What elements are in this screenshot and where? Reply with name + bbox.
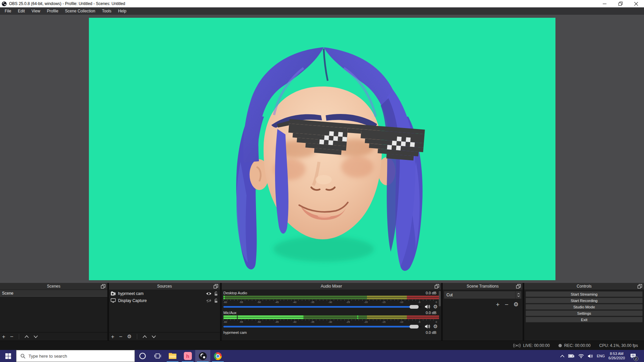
lock-open-icon[interactable]: [214, 291, 218, 296]
tray-speaker-icon[interactable]: [588, 354, 593, 358]
channel-settings-gear-icon[interactable]: ⚙: [433, 304, 438, 309]
menu-tools[interactable]: Tools: [99, 7, 115, 15]
source-row[interactable]: hyprmeet cam: [109, 290, 220, 297]
file-explorer-icon: [169, 353, 176, 359]
audio-mixer-panel: Audio Mixer Desktop Audio 0.0 dB: [222, 283, 441, 341]
remove-scene-button[interactable]: −: [10, 334, 13, 340]
cpu-fps-stats: CPU: 4.1%, 30.00 fps: [599, 343, 638, 348]
chrome-button[interactable]: [210, 350, 225, 362]
volume-meter: -60 -55 -50 -45 -40 -35 -30 -25 -20 -15 …: [223, 296, 439, 304]
clock-date: 6/26/2020: [608, 356, 625, 360]
popout-icon[interactable]: [637, 284, 642, 289]
mixer-channel-desktop-audio: Desktop Audio 0.0 dB -60 -55 -50 -45 -40…: [223, 291, 439, 309]
obs-window: OBS 25.0.8 (64-bit, windows) - Profile: …: [0, 0, 644, 362]
source-properties-gear-icon[interactable]: ⚙: [127, 334, 131, 339]
move-source-down-button[interactable]: [152, 335, 156, 338]
popout-icon[interactable]: [101, 284, 106, 289]
volume-meter: -60 -55 -50 -45 -40 -35 -30 -25 -20 -15 …: [223, 315, 439, 323]
menu-bar: File Edit View Profile Scene Collection …: [0, 7, 644, 15]
hyprmeet-app-button[interactable]: h: [180, 350, 195, 362]
volume-slider[interactable]: [223, 326, 422, 327]
speaker-icon[interactable]: [425, 324, 430, 329]
studio-mode-button[interactable]: Studio Mode: [526, 304, 643, 310]
live-timer: LIVE: 00:00:00: [523, 343, 549, 348]
sources-toolbar: + − ⚙: [109, 332, 220, 341]
rec-dot-icon: [558, 344, 562, 347]
wifi-icon[interactable]: [578, 354, 584, 358]
restore-button[interactable]: [612, 0, 628, 7]
popout-icon[interactable]: [516, 284, 521, 289]
meter-scale: -60 -55 -50 -45 -40 -35 -30 -25 -20 -15 …: [223, 300, 437, 304]
move-source-up-button[interactable]: [143, 335, 147, 338]
sources-header: Sources: [109, 283, 220, 290]
source-row[interactable]: Display Capture: [109, 297, 220, 304]
scene-transitions-title: Scene Transitions: [443, 284, 523, 289]
notification-center-button[interactable]: 2: [629, 352, 637, 360]
preview-canvas[interactable]: [89, 18, 555, 280]
menu-edit[interactable]: Edit: [14, 7, 28, 15]
file-explorer-button[interactable]: [165, 350, 180, 362]
volume-slider[interactable]: [223, 306, 422, 308]
add-transition-button[interactable]: +: [496, 301, 500, 308]
start-button[interactable]: [0, 350, 16, 362]
transition-properties-gear-icon[interactable]: ⚙: [514, 302, 519, 307]
battery-icon[interactable]: [568, 354, 575, 358]
sources-panel: Sources hyprmeet cam: [109, 283, 220, 341]
language-indicator[interactable]: ENG: [597, 354, 605, 358]
channel-db: 0.0 dB: [426, 291, 436, 295]
task-view-icon: [154, 353, 161, 359]
close-button[interactable]: [628, 0, 644, 7]
scene-transitions-body: Cut + − ⚙: [443, 290, 523, 341]
obs-taskbar-icon: [199, 352, 207, 360]
remove-transition-button[interactable]: −: [505, 301, 508, 308]
obs-taskbar-button[interactable]: [195, 350, 210, 362]
taskbar-search[interactable]: [16, 350, 135, 362]
menu-help[interactable]: Help: [115, 7, 130, 15]
task-view-button[interactable]: [150, 350, 165, 362]
speaker-icon[interactable]: [425, 304, 430, 309]
lock-open-icon[interactable]: [214, 298, 218, 303]
tray-chevron-up-icon[interactable]: [560, 355, 565, 358]
start-recording-button[interactable]: Start Recording: [526, 298, 643, 303]
menu-file[interactable]: File: [1, 7, 14, 15]
exit-button[interactable]: Exit: [526, 317, 643, 322]
mixer-channel-mic-aux: Mic/Aux 0.0 dB -60 -55 -50 -45 -40 -35: [223, 310, 439, 329]
window-title: OBS 25.0.8 (64-bit, windows) - Profile: …: [9, 1, 597, 6]
settings-button[interactable]: Settings: [526, 310, 643, 316]
broadcast-icon: [513, 343, 521, 348]
title-bar: OBS 25.0.8 (64-bit, windows) - Profile: …: [0, 0, 644, 7]
chrome-icon: [214, 352, 222, 360]
channel-name: Mic/Aux: [223, 311, 236, 315]
volume-slider-handle[interactable]: [410, 305, 419, 309]
channel-settings-gear-icon[interactable]: ⚙: [433, 324, 438, 329]
visibility-eye-icon[interactable]: [206, 292, 212, 296]
search-input[interactable]: [29, 354, 122, 359]
scenes-title: Scenes: [0, 284, 107, 289]
volume-slider-handle[interactable]: [410, 325, 419, 328]
add-scene-button[interactable]: +: [2, 334, 5, 340]
transition-select-spinner[interactable]: [515, 291, 521, 299]
cortana-button[interactable]: [135, 350, 150, 362]
popout-icon[interactable]: [434, 284, 439, 289]
clock-time: 8:53 AM: [610, 352, 623, 356]
obs-logo-icon: [2, 1, 7, 6]
toolbar-divider: [19, 334, 19, 339]
move-scene-up-button[interactable]: [24, 335, 29, 338]
taskbar-clock[interactable]: 8:53 AM 6/26/2020: [608, 352, 625, 360]
popout-icon[interactable]: [213, 284, 218, 289]
workspace: [0, 15, 644, 283]
menu-profile[interactable]: Profile: [44, 7, 62, 15]
minimize-button[interactable]: [597, 0, 612, 7]
remove-source-button[interactable]: −: [119, 334, 122, 340]
menu-scene-collection[interactable]: Scene Collection: [62, 7, 99, 15]
sources-title: Sources: [109, 284, 220, 289]
channel-name: hyprmeet cam: [223, 330, 247, 335]
visibility-eye-off-icon[interactable]: [206, 299, 212, 303]
menu-view[interactable]: View: [28, 7, 44, 15]
move-scene-down-button[interactable]: [34, 335, 38, 338]
transition-select[interactable]: Cut: [444, 291, 521, 299]
scene-row-selected[interactable]: Scene: [0, 290, 107, 297]
start-streaming-button[interactable]: Start Streaming: [526, 291, 643, 297]
add-source-button[interactable]: +: [111, 334, 114, 340]
channel-db: 0.0 dB: [426, 311, 436, 315]
